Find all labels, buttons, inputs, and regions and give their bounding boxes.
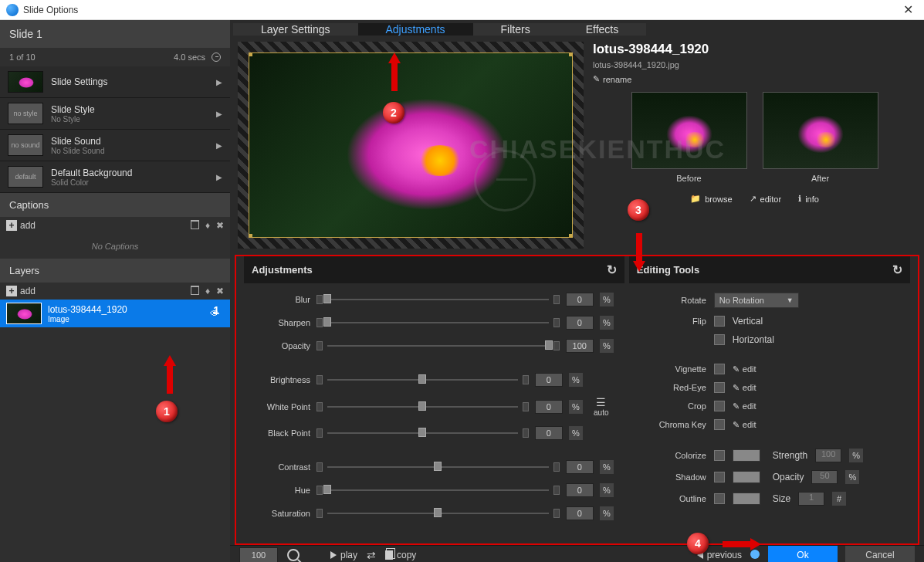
slider[interactable] <box>316 294 560 305</box>
window-titlebar: Slide Options ✕ <box>0 0 924 20</box>
sort-icon[interactable]: ♦ <box>205 220 210 231</box>
edit-button[interactable]: ✎edit <box>733 383 756 393</box>
opacity-input[interactable]: 50 <box>811 470 838 484</box>
opacity-label: Opacity <box>773 472 804 482</box>
tab-filters[interactable]: Filters <box>473 23 558 36</box>
size-input[interactable]: 1 <box>798 492 824 506</box>
slider[interactable] <box>316 485 560 496</box>
swap-button[interactable]: ⇄ <box>367 549 376 561</box>
flip-vertical-checkbox[interactable] <box>714 316 725 327</box>
unit-label: % <box>569 426 583 440</box>
adjustment-value[interactable]: 0 <box>566 506 594 520</box>
wrench-icon[interactable]: ✖ <box>216 220 224 231</box>
sidebar-item-background[interactable]: default Default Background Solid Color ▶ <box>0 161 230 193</box>
tab-adjustments[interactable]: Adjustments <box>358 23 473 36</box>
unit-label: % <box>600 460 614 474</box>
toggle-checkbox[interactable] <box>714 419 725 430</box>
adjustment-value[interactable]: 100 <box>566 339 594 353</box>
wrench-icon[interactable]: ✖ <box>216 286 224 296</box>
layer-name: lotus-398444_1920 <box>48 304 127 315</box>
adjustment-value[interactable]: 0 <box>566 293 594 306</box>
sort-icon[interactable]: ♦ <box>205 286 210 296</box>
adjustment-value[interactable]: 0 <box>566 483 594 497</box>
editor-button[interactable]: ↗editor <box>750 194 782 204</box>
sidebar-item-sublabel: No Slide Sound <box>51 147 216 155</box>
annotation-marker-3: 3 <box>628 199 649 221</box>
tab-effects[interactable]: Effects <box>558 23 647 36</box>
auto-button[interactable]: ☰auto <box>589 396 614 417</box>
cancel-button[interactable]: Cancel <box>845 546 915 562</box>
next-button[interactable] <box>750 549 760 562</box>
edit-button[interactable]: ✎edit <box>733 420 756 430</box>
adjustment-value[interactable]: 0 <box>566 460 594 474</box>
adjustment-row: Brightness 0 % <box>255 373 614 387</box>
toggle-checkbox[interactable] <box>714 401 725 411</box>
add-layer-button[interactable]: + add <box>6 286 36 296</box>
search-icon[interactable] <box>287 549 300 561</box>
strength-input[interactable]: 100 <box>815 449 841 462</box>
toggle-checkbox[interactable] <box>714 382 725 393</box>
adjustment-row: Saturation 0 % <box>255 506 614 520</box>
close-icon[interactable]: ✕ <box>899 2 918 17</box>
ok-button[interactable]: Ok <box>768 546 838 562</box>
image-name: lotus-398444_1920 <box>593 42 916 57</box>
adjustment-label: Blur <box>255 295 310 304</box>
sidebar-item-sound[interactable]: no sound Slide Sound No Slide Sound ▶ <box>0 130 230 161</box>
content-area: Layer Settings Adjustments Filters Effec… <box>230 20 924 562</box>
edit-button[interactable]: ✎edit <box>733 364 756 374</box>
copy-icon <box>385 550 393 560</box>
sidebar-item-settings[interactable]: Slide Settings ▶ <box>0 66 230 98</box>
browse-button[interactable]: 📁browse <box>690 194 732 204</box>
slider[interactable] <box>316 374 529 385</box>
captions-header: Captions <box>0 193 230 217</box>
toggle-checkbox[interactable] <box>714 364 725 374</box>
outline-swatch[interactable] <box>733 493 760 505</box>
adjustment-value[interactable]: 0 <box>535 373 563 387</box>
play-button[interactable]: play <box>330 550 357 560</box>
slider[interactable] <box>316 317 560 328</box>
preview-box[interactable]: CHIASEKIENTHUC <box>238 42 584 249</box>
slider[interactable] <box>316 508 560 519</box>
shadow-checkbox[interactable] <box>714 472 725 482</box>
export-icon: ↗ <box>750 194 756 204</box>
sidebar-item-label: Default Background <box>51 168 216 178</box>
rotate-select[interactable]: No Rotation▼ <box>714 293 799 308</box>
slider[interactable] <box>316 462 560 472</box>
reset-icon[interactable]: ↻ <box>607 262 617 277</box>
colorize-swatch[interactable] <box>733 449 760 462</box>
slider[interactable] <box>316 428 529 438</box>
trash-icon[interactable] <box>191 286 199 295</box>
trash-icon[interactable] <box>191 220 199 229</box>
footer: 100 play ⇄ copy previous Ok Cancel <box>230 545 924 562</box>
before-image <box>631 92 747 169</box>
slider[interactable] <box>316 340 560 351</box>
shadow-swatch[interactable] <box>733 471 760 483</box>
sidebar-item-style[interactable]: no style Slide Style No Style ▶ <box>0 98 230 130</box>
outline-checkbox[interactable] <box>714 493 725 504</box>
colorize-checkbox[interactable] <box>714 450 725 461</box>
layer-item[interactable]: lotus-398444_1920 Image 1 👁 <box>0 300 230 327</box>
unit-label: % <box>600 506 614 520</box>
adjustment-value[interactable]: 0 <box>566 316 594 330</box>
adjustment-value[interactable]: 0 <box>535 426 563 440</box>
copy-button[interactable]: copy <box>385 550 416 560</box>
chevron-right-icon: ▶ <box>216 110 222 118</box>
flip-horizontal-checkbox[interactable] <box>714 334 725 345</box>
pencil-icon: ✎ <box>733 401 740 411</box>
after-label: After <box>763 174 878 183</box>
slider[interactable] <box>316 401 529 412</box>
unit-label: % <box>600 483 614 497</box>
info-button[interactable]: ℹinfo <box>798 194 819 204</box>
chevron-right-icon: ▶ <box>216 173 222 181</box>
tab-layer-settings[interactable]: Layer Settings <box>233 23 358 36</box>
preview-image <box>249 53 572 237</box>
rename-button[interactable]: ✎ rename <box>593 74 916 84</box>
edit-button[interactable]: ✎edit <box>733 401 756 411</box>
zoom-input[interactable]: 100 <box>239 547 278 562</box>
adjustment-value[interactable]: 0 <box>535 400 563 414</box>
chevron-right-icon: ▶ <box>216 141 222 150</box>
annotation-marker-4: 4 <box>687 533 709 554</box>
reset-icon[interactable]: ↻ <box>892 262 902 277</box>
sound-thumb: no sound <box>8 134 43 156</box>
add-caption-button[interactable]: + add <box>6 220 36 231</box>
